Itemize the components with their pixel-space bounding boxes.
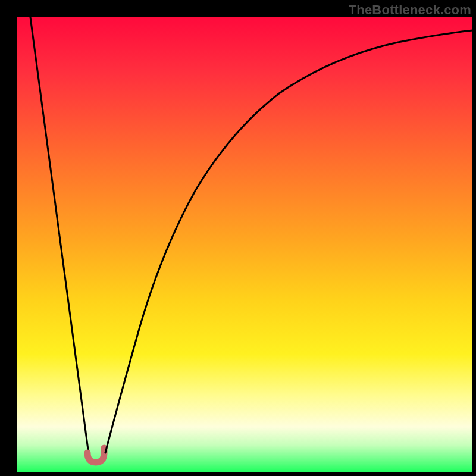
chart-frame: TheBottleneck.com [0, 0, 476, 476]
trough-marker-icon [87, 448, 104, 462]
curve-left-descent [30, 17, 89, 454]
watermark-text: TheBottleneck.com [349, 2, 471, 18]
curve-right-ascent [105, 30, 472, 453]
plot-area [17, 17, 472, 472]
curve-layer [17, 17, 472, 472]
